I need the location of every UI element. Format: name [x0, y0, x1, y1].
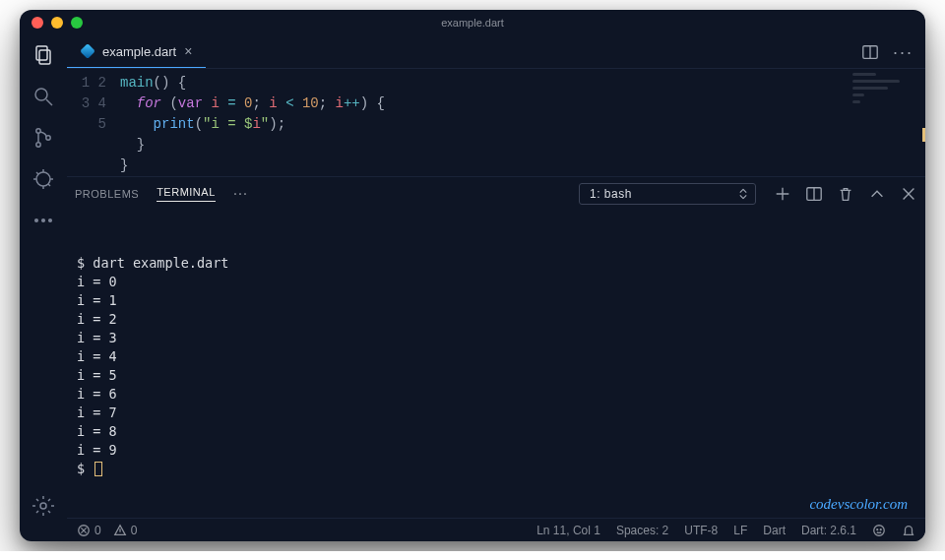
- svg-rect-1: [39, 50, 50, 64]
- split-editor-icon[interactable]: [861, 43, 879, 61]
- settings-gear-icon[interactable]: [32, 494, 55, 518]
- code-content[interactable]: main() { for (var i = 0; i < 10; i++) { …: [120, 73, 385, 176]
- split-terminal-icon[interactable]: [805, 185, 823, 203]
- maximize-window-button[interactable]: [71, 17, 83, 29]
- new-terminal-icon[interactable]: [774, 185, 791, 203]
- debug-icon[interactable]: [32, 167, 55, 191]
- svg-line-13: [48, 184, 50, 186]
- svg-point-4: [36, 129, 40, 133]
- status-warnings[interactable]: 0: [113, 524, 138, 537]
- svg-point-14: [35, 219, 38, 222]
- main-column: example.dart × ··· 1 2 3 4 5 main() { fo…: [67, 35, 925, 541]
- svg-point-16: [49, 219, 52, 222]
- explorer-icon[interactable]: [32, 43, 55, 67]
- minimize-window-button[interactable]: [51, 17, 63, 29]
- line-number-gutter: 1 2 3 4 5: [67, 73, 120, 176]
- bottom-panel: PROBLEMS TERMINAL ··· 1: bash: [67, 176, 925, 518]
- svg-line-3: [46, 99, 52, 105]
- more-actions-icon[interactable]: ···: [893, 43, 914, 61]
- window-title: example.dart: [441, 17, 504, 29]
- terminal-selector[interactable]: 1: bash: [579, 183, 756, 205]
- file-tab[interactable]: example.dart ×: [67, 35, 206, 68]
- traffic-lights: [32, 17, 83, 29]
- close-panel-icon[interactable]: [900, 185, 917, 203]
- source-control-icon[interactable]: [32, 126, 55, 150]
- close-window-button[interactable]: [32, 17, 43, 29]
- editor-window: example.dart: [20, 10, 925, 541]
- svg-point-2: [35, 89, 47, 100]
- panel-more-icon[interactable]: ···: [233, 185, 248, 203]
- notifications-icon[interactable]: [902, 524, 915, 537]
- body-row: example.dart × ··· 1 2 3 4 5 main() { fo…: [20, 35, 925, 541]
- svg-point-7: [36, 172, 50, 186]
- tabbar-actions: ···: [861, 35, 925, 68]
- status-indent[interactable]: Spaces: 2: [616, 524, 668, 537]
- feedback-icon[interactable]: [872, 524, 886, 537]
- tab-bar: example.dart × ···: [67, 35, 925, 69]
- svg-point-31: [877, 529, 878, 529]
- svg-point-30: [874, 525, 885, 535]
- terminal-output[interactable]: $ dart example.dart i = 0 i = 1 i = 2 i …: [67, 211, 925, 518]
- status-eol[interactable]: LF: [733, 524, 747, 537]
- status-sdk[interactable]: Dart: 2.6.1: [801, 524, 856, 537]
- dart-file-icon: [80, 43, 95, 59]
- tab-filename: example.dart: [102, 44, 176, 59]
- watermark: codevscolor.com: [809, 495, 908, 514]
- terminal-selector-label: 1: bash: [590, 187, 632, 201]
- status-encoding[interactable]: UTF-8: [684, 524, 718, 537]
- titlebar: example.dart: [20, 10, 925, 35]
- svg-point-5: [36, 143, 40, 147]
- search-icon[interactable]: [32, 85, 55, 108]
- tab-terminal[interactable]: TERMINAL: [157, 186, 216, 202]
- activity-bar: [20, 35, 67, 541]
- svg-point-17: [40, 503, 46, 509]
- more-views-icon[interactable]: [32, 209, 55, 232]
- svg-rect-0: [36, 46, 47, 60]
- panel-actions: [774, 185, 917, 203]
- svg-point-32: [880, 529, 881, 529]
- status-errors[interactable]: 0: [77, 524, 101, 537]
- minimap[interactable]: [847, 69, 925, 176]
- overview-ruler-mark: [922, 128, 925, 142]
- status-bar: 0 0 Ln 11, Col 1 Spaces: 2 UTF-8 LF Dart…: [67, 518, 925, 541]
- kill-terminal-icon[interactable]: [837, 185, 854, 203]
- status-cursor-position[interactable]: Ln 11, Col 1: [536, 524, 600, 537]
- svg-point-15: [42, 219, 45, 222]
- panel-tabs: PROBLEMS TERMINAL ··· 1: bash: [67, 177, 925, 211]
- close-tab-icon[interactable]: ×: [184, 43, 192, 59]
- maximize-panel-icon[interactable]: [868, 185, 886, 203]
- code-editor[interactable]: 1 2 3 4 5 main() { for (var i = 0; i < 1…: [67, 69, 925, 176]
- status-language[interactable]: Dart: [763, 524, 786, 537]
- tab-problems[interactable]: PROBLEMS: [75, 188, 139, 200]
- svg-line-12: [36, 172, 38, 174]
